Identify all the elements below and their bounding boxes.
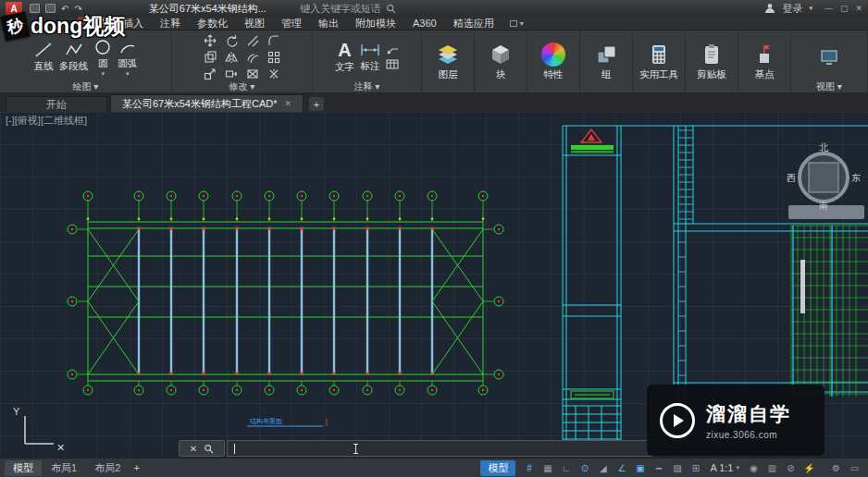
- layout-tab-layout1[interactable]: 布局1: [43, 460, 85, 476]
- text-tool[interactable]: A 文字: [335, 40, 354, 74]
- trim-icon[interactable]: [246, 34, 259, 47]
- tab-manage[interactable]: 管理: [273, 17, 310, 30]
- login-dropdown-icon[interactable]: ▾: [809, 5, 812, 12]
- model-space-toggle[interactable]: 模型: [480, 460, 515, 476]
- panel-title-view[interactable]: 视图 ▾: [791, 80, 867, 92]
- panel-layers[interactable]: 图层: [422, 31, 475, 92]
- tab-parametric[interactable]: 参数化: [189, 17, 236, 30]
- move-icon[interactable]: [204, 34, 217, 47]
- panel-draw: 直线 多段线 圆 ▾ 圆弧 ▾: [0, 31, 172, 92]
- tab-a360[interactable]: A360: [404, 17, 445, 30]
- annotation-visibility-toggle[interactable]: ◉: [745, 460, 763, 475]
- new-drawing-button[interactable]: +: [309, 97, 324, 111]
- ucs-x-label: ✕: [56, 442, 65, 453]
- arc-dropdown-icon[interactable]: ▾: [126, 71, 130, 76]
- tab-featured-apps[interactable]: 精选应用: [445, 17, 502, 30]
- command-customize-icon[interactable]: [204, 444, 214, 454]
- compass-west[interactable]: 西: [787, 173, 796, 183]
- isolate-objects-toggle[interactable]: ⊘: [782, 460, 800, 475]
- tab-insert[interactable]: 插入: [115, 17, 152, 30]
- viewcube-compass[interactable]: 北 西 东 南: [787, 142, 861, 211]
- command-input[interactable]: [227, 440, 652, 457]
- compass-south[interactable]: 南: [819, 201, 828, 211]
- offset-icon[interactable]: [246, 51, 259, 64]
- line-tool[interactable]: 直线: [34, 41, 54, 73]
- panel-properties[interactable]: 特性: [527, 31, 580, 92]
- panel-block[interactable]: 块: [475, 31, 527, 92]
- command-close-icon[interactable]: ✕: [190, 444, 197, 454]
- object-snap-tracking-toggle[interactable]: ∠: [613, 460, 630, 475]
- leader-icon[interactable]: [386, 43, 399, 55]
- stretch-icon[interactable]: [225, 67, 238, 80]
- explode-icon[interactable]: [267, 67, 280, 80]
- clean-screen-toggle[interactable]: ▭: [846, 460, 863, 475]
- fillet-icon[interactable]: [267, 34, 280, 47]
- compass-north[interactable]: 北: [819, 142, 829, 153]
- polar-tracking-toggle[interactable]: ⊙: [576, 460, 593, 475]
- panel-title-modify[interactable]: 修改 ▾: [172, 80, 312, 92]
- lineweight-toggle[interactable]: ━: [650, 460, 667, 475]
- tab-view[interactable]: 视图: [236, 17, 273, 30]
- layout-tab-model[interactable]: 模型: [5, 460, 42, 476]
- command-line[interactable]: ✕: [179, 440, 652, 457]
- maximize-button[interactable]: ▢: [840, 4, 849, 13]
- array-icon[interactable]: [267, 51, 280, 64]
- erase-icon[interactable]: [246, 67, 259, 80]
- transparency-toggle[interactable]: ▨: [668, 460, 686, 475]
- scale-icon[interactable]: [204, 67, 217, 80]
- snap-mode-toggle[interactable]: ▦: [539, 460, 556, 475]
- graphics-performance-toggle[interactable]: ⚡: [800, 460, 818, 475]
- rotate-icon[interactable]: [225, 34, 238, 47]
- copy-icon[interactable]: [204, 51, 217, 64]
- panel-basepoint[interactable]: 基点: [738, 31, 791, 92]
- viewport-controls[interactable]: [-][俯视][二维线框]: [6, 114, 87, 128]
- tab-annotate[interactable]: 注释: [152, 17, 189, 30]
- panel-title-annotate[interactable]: 注释 ▾: [313, 80, 421, 92]
- compass-east[interactable]: 东: [851, 173, 861, 183]
- panel-title-draw[interactable]: 绘图 ▾: [0, 80, 171, 92]
- ortho-mode-toggle[interactable]: ∟: [557, 460, 575, 475]
- circle-tool[interactable]: 圆 ▾: [93, 38, 112, 76]
- dimension-tool[interactable]: 标注: [360, 41, 380, 73]
- tab-addins[interactable]: 附加模块: [347, 17, 404, 30]
- app-logo[interactable]: A: [6, 2, 22, 15]
- tab-output[interactable]: 输出: [310, 17, 347, 30]
- ribbon-state-toggle[interactable]: ▾: [502, 17, 531, 30]
- file-tab-document[interactable]: 某公司67米x54米钢结构工程CAD* ✕: [110, 94, 304, 112]
- view-icon[interactable]: [819, 47, 839, 67]
- grid-display-toggle[interactable]: #: [520, 460, 538, 475]
- new-layout-button[interactable]: +: [130, 462, 143, 473]
- circle-dropdown-icon[interactable]: ▾: [101, 71, 105, 76]
- login-button[interactable]: 登录: [782, 2, 802, 16]
- undo-icon[interactable]: ↶: [61, 4, 68, 14]
- arc-icon: [118, 38, 137, 56]
- mirror-icon[interactable]: [225, 51, 238, 64]
- tab-default[interactable]: 默认: [78, 17, 115, 30]
- scale-dropdown-icon[interactable]: ▾: [736, 464, 739, 471]
- minimize-button[interactable]: —: [825, 4, 833, 13]
- help-search[interactable]: 键入关键字或短语: [300, 2, 396, 16]
- redo-icon[interactable]: ↷: [74, 4, 81, 14]
- drawing-canvas[interactable]: [-][俯视][二维线框]: [0, 112, 868, 458]
- table-icon[interactable]: [386, 58, 399, 71]
- search-icon[interactable]: [386, 4, 396, 14]
- user-icon[interactable]: [764, 3, 775, 14]
- arc-tool[interactable]: 圆弧 ▾: [118, 38, 137, 76]
- save-icon[interactable]: [30, 4, 40, 13]
- file-tab-start[interactable]: 开始: [6, 96, 107, 112]
- selection-cycling-toggle[interactable]: ⊞: [687, 460, 704, 475]
- layout-tab-layout2[interactable]: 布局2: [86, 460, 129, 476]
- close-button[interactable]: ✕: [855, 4, 862, 13]
- isometric-drafting-toggle[interactable]: ◢: [594, 460, 612, 475]
- object-snap-toggle[interactable]: ▣: [631, 460, 649, 475]
- panel-group[interactable]: 组: [580, 31, 633, 92]
- titlebar-right: 登录 ▾ — ▢ ✕: [764, 2, 862, 16]
- annotation-scale[interactable]: A 1:1▾: [705, 462, 744, 473]
- quick-properties-toggle[interactable]: ▥: [763, 460, 781, 475]
- customization-menu[interactable]: ⚙: [827, 460, 845, 475]
- polyline-tool[interactable]: 多段线: [59, 41, 89, 73]
- tab-close-icon[interactable]: ✕: [284, 99, 291, 108]
- panel-utilities[interactable]: 实用工具: [633, 31, 686, 92]
- plot-icon[interactable]: [45, 4, 56, 13]
- panel-clipboard[interactable]: 剪贴板: [686, 31, 738, 92]
